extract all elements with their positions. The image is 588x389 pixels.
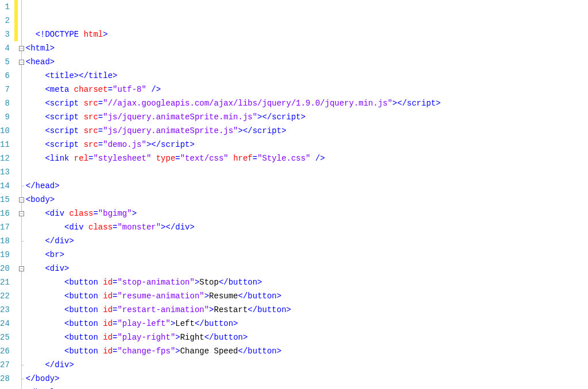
fold-row[interactable] bbox=[18, 330, 26, 344]
fold-row[interactable] bbox=[18, 14, 26, 28]
code-line[interactable]: <script src="//ajax.googleapis.com/ajax/… bbox=[26, 96, 588, 110]
line-number: 16 bbox=[0, 207, 10, 220]
fold-row[interactable] bbox=[18, 28, 26, 41]
code-line[interactable]: </head> bbox=[26, 179, 588, 193]
line-number: 7 bbox=[0, 83, 10, 96]
fold-collapse-icon[interactable]: − bbox=[19, 266, 24, 271]
code-line[interactable]: <button id="stop-animation">Stop</button… bbox=[26, 275, 588, 289]
fold-row[interactable] bbox=[18, 0, 26, 14]
code-line[interactable]: <br> bbox=[26, 248, 588, 262]
code-line[interactable]: <script src="js/jquery.animateSprite.min… bbox=[26, 110, 588, 124]
fold-collapse-icon[interactable]: − bbox=[19, 197, 24, 203]
code-editor[interactable]: <!DOCTYPE html><html><head> <title></tit… bbox=[26, 0, 588, 389]
line-number: 29 bbox=[0, 386, 10, 389]
fold-collapse-icon[interactable]: − bbox=[19, 46, 24, 51]
code-line[interactable]: <button id="play-right">Right</button> bbox=[26, 330, 588, 344]
fold-margin[interactable]: −−−−− bbox=[18, 0, 26, 389]
code-line[interactable]: <button id="resume-animation">Resume</bu… bbox=[26, 289, 588, 303]
line-number: 8 bbox=[0, 96, 10, 110]
code-line[interactable] bbox=[26, 0, 588, 14]
fold-row[interactable] bbox=[18, 69, 26, 83]
line-number: 28 bbox=[0, 372, 10, 386]
fold-row[interactable] bbox=[18, 248, 26, 262]
code-line[interactable]: <button id="change-fps">Change Speed</bu… bbox=[26, 344, 588, 358]
code-line[interactable]: <button id="play-left">Left</button> bbox=[26, 317, 588, 330]
code-line[interactable]: </div> bbox=[26, 234, 588, 248]
line-number: 19 bbox=[0, 248, 10, 262]
line-number: 25 bbox=[0, 330, 10, 344]
line-number: 10 bbox=[0, 124, 10, 138]
fold-row[interactable]: − bbox=[18, 193, 26, 207]
code-line[interactable]: </html> bbox=[26, 386, 588, 389]
fold-row[interactable]: − bbox=[18, 207, 26, 220]
code-line[interactable]: <html> bbox=[26, 41, 588, 55]
fold-row[interactable] bbox=[18, 96, 26, 110]
code-line[interactable]: <meta charset="utf-8" /> bbox=[26, 83, 588, 96]
code-line[interactable]: <!DOCTYPE html> bbox=[26, 28, 588, 41]
fold-row[interactable]: − bbox=[18, 262, 26, 275]
line-number: 15 bbox=[0, 193, 10, 207]
line-number: 22 bbox=[0, 289, 10, 303]
code-line[interactable]: <body> bbox=[26, 193, 588, 207]
code-line[interactable]: <head> bbox=[26, 55, 588, 69]
line-number: 23 bbox=[0, 303, 10, 317]
fold-row[interactable] bbox=[18, 151, 26, 165]
line-number: 5 bbox=[0, 55, 10, 69]
fold-row[interactable] bbox=[18, 179, 26, 193]
fold-row[interactable] bbox=[18, 317, 26, 330]
fold-row[interactable] bbox=[18, 124, 26, 138]
fold-row[interactable] bbox=[18, 220, 26, 234]
code-line[interactable]: <div class="monster"></div> bbox=[26, 220, 588, 234]
fold-row[interactable] bbox=[18, 110, 26, 124]
line-number: 6 bbox=[0, 69, 10, 83]
code-line[interactable]: <link rel="stylesheet" type="text/css" h… bbox=[26, 151, 588, 165]
fold-row[interactable] bbox=[18, 165, 26, 179]
fold-row[interactable] bbox=[18, 358, 26, 372]
code-line[interactable] bbox=[26, 165, 588, 179]
line-number: 1 bbox=[0, 0, 10, 14]
line-number: 12 bbox=[0, 151, 10, 165]
code-line[interactable] bbox=[26, 14, 588, 28]
fold-collapse-icon[interactable]: − bbox=[19, 211, 24, 216]
code-line[interactable]: <title></title> bbox=[26, 69, 588, 83]
line-number: 14 bbox=[0, 179, 10, 193]
fold-row[interactable] bbox=[18, 386, 26, 389]
line-number: 20 bbox=[0, 262, 10, 275]
code-line[interactable]: </body> bbox=[26, 372, 588, 386]
line-number: 3 bbox=[0, 28, 10, 41]
line-number: 4 bbox=[0, 41, 10, 55]
fold-row[interactable] bbox=[18, 275, 26, 289]
fold-row[interactable] bbox=[18, 372, 26, 386]
fold-row[interactable] bbox=[18, 138, 26, 151]
fold-row[interactable] bbox=[18, 344, 26, 358]
line-number: 17 bbox=[0, 220, 10, 234]
code-line[interactable]: </div> bbox=[26, 358, 588, 372]
line-number: 18 bbox=[0, 234, 10, 248]
line-number: 26 bbox=[0, 344, 10, 358]
code-line[interactable]: <div> bbox=[26, 262, 588, 275]
line-number: 11 bbox=[0, 138, 10, 151]
fold-row[interactable]: − bbox=[18, 55, 26, 69]
line-number: 24 bbox=[0, 317, 10, 330]
code-line[interactable]: <script src="js/jquery.animateSprite.js"… bbox=[26, 124, 588, 138]
code-line[interactable]: <button id="restart-animation">Restart</… bbox=[26, 303, 588, 317]
fold-row[interactable]: − bbox=[18, 41, 26, 55]
line-number-gutter: 1234567891011121314151617181920212223242… bbox=[0, 0, 14, 389]
line-number: 9 bbox=[0, 110, 10, 124]
fold-row[interactable] bbox=[18, 289, 26, 303]
line-number: 27 bbox=[0, 358, 10, 372]
line-number: 13 bbox=[0, 165, 10, 179]
line-number: 2 bbox=[0, 14, 10, 28]
code-line[interactable]: <div class="bgimg"> bbox=[26, 207, 588, 220]
code-line[interactable]: <script src="demo.js"></script> bbox=[26, 138, 588, 151]
fold-row[interactable] bbox=[18, 234, 26, 248]
fold-collapse-icon[interactable]: − bbox=[19, 60, 24, 65]
line-number: 21 bbox=[0, 275, 10, 289]
fold-row[interactable] bbox=[18, 303, 26, 317]
fold-row[interactable] bbox=[18, 83, 26, 96]
